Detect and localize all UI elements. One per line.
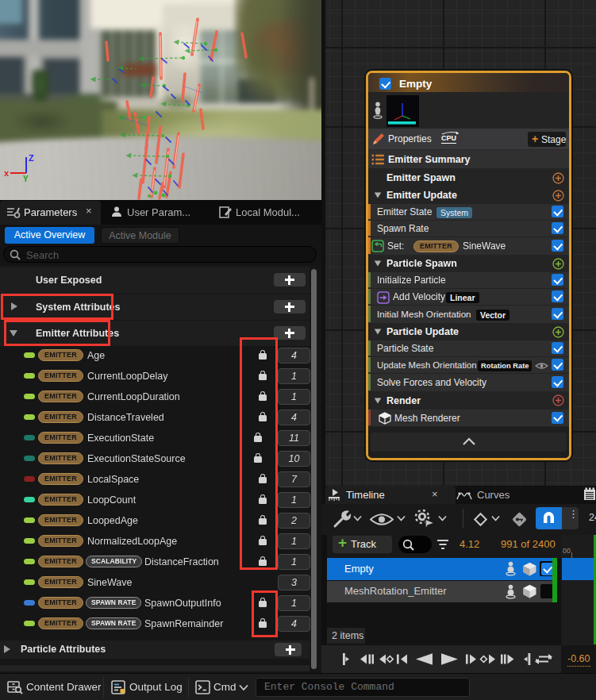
svg-text:Y: Y	[23, 175, 29, 183]
svg-text:Z: Z	[29, 153, 34, 163]
svg-text:x: x	[4, 168, 10, 178]
